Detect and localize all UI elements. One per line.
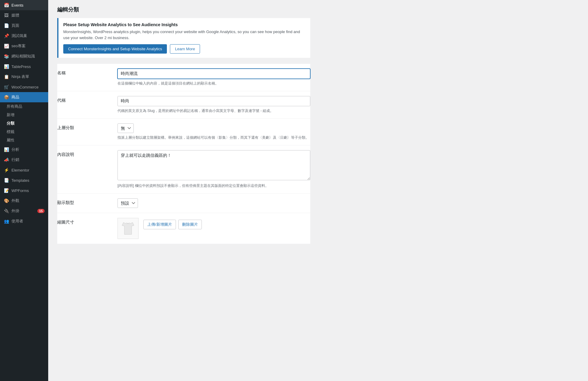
templates-icon: 📑 bbox=[4, 178, 9, 183]
main-content: 編輯分類 Please Setup Website Analytics to S… bbox=[48, 0, 588, 381]
plugins-badge: 15 bbox=[37, 209, 45, 213]
display-select[interactable]: 預設 bbox=[117, 198, 138, 208]
display-field-container: 預設 bbox=[117, 198, 310, 208]
page-title: 編輯分類 bbox=[57, 6, 310, 13]
parent-select[interactable]: 無 bbox=[117, 123, 134, 133]
sidebar-item-seo[interactable]: 📈 seo專案 bbox=[0, 41, 48, 51]
slug-hint: 代稱的英文原文為 Slug，是用於網址中的易記名稱，通常由小寫英文字母、數字及連… bbox=[117, 108, 310, 113]
delete-image-button[interactable]: 刪除圖片 bbox=[178, 220, 202, 229]
sidebar-item-products[interactable]: 📦 商品 bbox=[0, 92, 48, 102]
description-textarea[interactable]: 穿上就可以走跳信義區的！ bbox=[117, 150, 310, 180]
sidebar-item-wpforms[interactable]: 📝 WPForms bbox=[0, 185, 48, 196]
sidebar: 📅 Events 🖼 媒體 📄 頁面 📌 測試鴿巢 📈 seo專案 📚 網站相關… bbox=[0, 0, 48, 381]
connect-monsterinsights-button[interactable]: Connect MonsterInsights and Setup Websit… bbox=[63, 44, 167, 54]
sidebar-item-tablepress[interactable]: 📊 TablePress bbox=[0, 61, 48, 72]
ninja-forms-icon: 📋 bbox=[4, 74, 9, 79]
knowledge-icon: 📚 bbox=[4, 54, 9, 59]
pages-icon: 📄 bbox=[4, 23, 9, 28]
slug-label: 代稱 bbox=[57, 96, 117, 103]
parent-hint: 指派上層分類以建立階層架構。舉例來說，這個網站可以有個〈影集〉分類，而其下還有〈… bbox=[117, 135, 310, 140]
sidebar-item-users[interactable]: 👥 使用者 bbox=[0, 216, 48, 226]
slug-input[interactable] bbox=[117, 96, 310, 106]
analytics-banner: Please Setup Website Analytics to See Au… bbox=[57, 18, 310, 58]
form-row-slug: 代稱 代稱的英文原文為 Slug，是用於網址中的易記名稱，通常由小寫英文字母、數… bbox=[57, 91, 310, 119]
appearance-icon: 🎨 bbox=[4, 198, 9, 203]
description-hint: [內容說明] 欄位中的資料預設不會顯示，但有些佈景主題在其版面的特定位置會顯示這… bbox=[117, 183, 310, 188]
thumbnail-actions: 上傳/新增圖片 刪除圖片 bbox=[143, 218, 202, 229]
edit-category-form: 名稱 在這個欄位中輸入的內容，就是這個項目在網站上的顯示名稱。 代稱 代稱的英文… bbox=[57, 64, 310, 244]
form-row-thumbnail: 縮圖尺寸 上傳/新增圖片 刪除圖片 bbox=[57, 213, 310, 244]
thumbnail-field-container: 上傳/新增圖片 刪除圖片 bbox=[117, 218, 310, 239]
sidebar-item-ninja-forms[interactable]: 📋 Ninja 表單 bbox=[0, 72, 48, 82]
woocommerce-icon: 🛒 bbox=[4, 84, 9, 90]
slug-field-container: 代稱的英文原文為 Slug，是用於網址中的易記名稱，通常由小寫英文字母、數字及連… bbox=[117, 96, 310, 113]
seo-icon: 📈 bbox=[4, 43, 9, 49]
name-hint: 在這個欄位中輸入的內容，就是這個項目在網站上的顯示名稱。 bbox=[117, 81, 310, 86]
analytics-icon: 📊 bbox=[4, 147, 9, 152]
name-label: 名稱 bbox=[57, 69, 117, 76]
tablepress-icon: 📊 bbox=[4, 64, 9, 69]
sidebar-item-woocommerce[interactable]: 🛒 WooCommerce bbox=[0, 82, 48, 92]
elementor-icon: ⚡ bbox=[4, 167, 9, 173]
display-label: 顯示類型 bbox=[57, 198, 117, 206]
sidebar-item-plugins[interactable]: 🔌 外掛 15 bbox=[0, 206, 48, 216]
sidebar-item-templates[interactable]: 📑 Templates bbox=[0, 175, 48, 185]
description-label: 內容說明 bbox=[57, 150, 117, 157]
form-row-description: 內容說明 穿上就可以走跳信義區的！ [內容說明] 欄位中的資料預設不會顯示，但有… bbox=[57, 145, 310, 194]
media-icon: 🖼 bbox=[4, 13, 9, 18]
form-row-name: 名稱 在這個欄位中輸入的內容，就是這個項目在網站上的顯示名稱。 bbox=[57, 64, 310, 91]
products-icon: 📦 bbox=[4, 94, 9, 100]
name-field-container: 在這個欄位中輸入的內容，就是這個項目在網站上的顯示名稱。 bbox=[117, 69, 310, 86]
garment-svg bbox=[119, 219, 137, 237]
sidebar-item-appearance[interactable]: 🎨 外觀 bbox=[0, 196, 48, 206]
learn-more-button[interactable]: Learn More bbox=[170, 44, 200, 54]
sidebar-sub-add-new[interactable]: 新增 bbox=[0, 111, 48, 119]
upload-image-button[interactable]: 上傳/新增圖片 bbox=[143, 220, 176, 229]
plugins-icon: 🔌 bbox=[4, 208, 9, 214]
parent-label: 上層分類 bbox=[57, 123, 117, 131]
marketing-icon: 📣 bbox=[4, 157, 9, 163]
sidebar-item-media[interactable]: 🖼 媒體 bbox=[0, 10, 48, 20]
testing-icon: 📌 bbox=[4, 33, 9, 39]
sidebar-sub-attributes[interactable]: 屬性 bbox=[0, 136, 48, 144]
wpforms-icon: 📝 bbox=[4, 188, 9, 193]
analytics-banner-actions: Connect MonsterInsights and Setup Websit… bbox=[63, 44, 305, 54]
sidebar-item-elementor[interactable]: ⚡ Elementor bbox=[0, 165, 48, 175]
analytics-banner-title: Please Setup Website Analytics to See Au… bbox=[63, 22, 305, 27]
analytics-banner-text: MonsterInsights, WordPress analytics plu… bbox=[63, 29, 305, 41]
thumbnail-preview bbox=[117, 218, 139, 239]
users-icon: 👥 bbox=[4, 218, 9, 224]
sidebar-item-marketing[interactable]: 📣 行銷 bbox=[0, 155, 48, 165]
sidebar-item-pages[interactable]: 📄 頁面 bbox=[0, 20, 48, 31]
sidebar-sub-categories[interactable]: 分類 bbox=[0, 119, 48, 128]
parent-field-container: 無 指派上層分類以建立階層架構。舉例來說，這個網站可以有個〈影集〉分類，而其下還… bbox=[117, 123, 310, 140]
form-row-display: 顯示類型 預設 bbox=[57, 194, 310, 213]
sidebar-item-analytics[interactable]: 📊 分析 bbox=[0, 144, 48, 155]
description-field-container: 穿上就可以走跳信義區的！ [內容說明] 欄位中的資料預設不會顯示，但有些佈景主題… bbox=[117, 150, 310, 188]
sidebar-sub-all-products[interactable]: 所有商品 bbox=[0, 102, 48, 111]
form-row-parent: 上層分類 無 指派上層分類以建立階層架構。舉例來說，這個網站可以有個〈影集〉分類… bbox=[57, 119, 310, 145]
name-input[interactable] bbox=[117, 69, 310, 79]
sidebar-item-knowledge[interactable]: 📚 網站相關知識 bbox=[0, 51, 48, 61]
events-icon: 📅 bbox=[4, 2, 9, 8]
sidebar-item-events[interactable]: 📅 Events bbox=[0, 0, 48, 10]
thumbnail-section: 上傳/新增圖片 刪除圖片 bbox=[117, 218, 310, 239]
sidebar-item-testing[interactable]: 📌 測試鴿巢 bbox=[0, 31, 48, 41]
thumbnail-label: 縮圖尺寸 bbox=[57, 218, 117, 225]
sidebar-sub-tags[interactable]: 標籤 bbox=[0, 128, 48, 136]
